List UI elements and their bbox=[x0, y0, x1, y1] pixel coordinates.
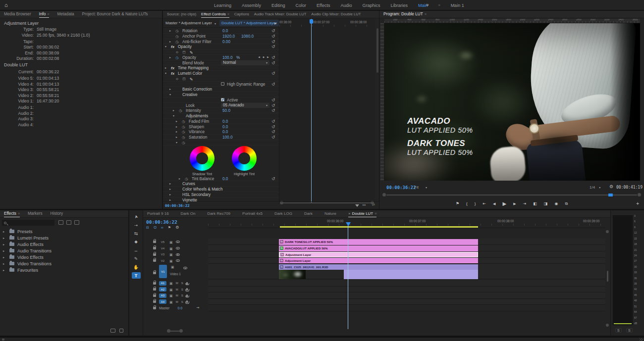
property-value[interactable]: 0.0 bbox=[222, 29, 228, 33]
expander-icon[interactable] bbox=[169, 40, 173, 43]
expander-icon[interactable] bbox=[173, 114, 176, 117]
chevron-down-icon[interactable] bbox=[215, 22, 216, 25]
lock-icon[interactable] bbox=[153, 282, 156, 285]
stopwatch-icon[interactable] bbox=[182, 135, 185, 140]
mute-button[interactable]: M bbox=[176, 282, 178, 285]
add-marker-icon[interactable]: ⚑ bbox=[456, 201, 459, 206]
track-output-eye-icon[interactable] bbox=[176, 247, 180, 249]
effects-folder-row[interactable]: Video Effects bbox=[0, 254, 128, 260]
timeline-timecode[interactable]: 00:00:36:22 bbox=[146, 219, 177, 225]
sync-lock-icon[interactable] bbox=[171, 264, 174, 269]
playback-resolution-dropdown[interactable]: 1/4 bbox=[590, 185, 600, 190]
reset-icon[interactable] bbox=[271, 124, 275, 129]
expander-icon[interactable] bbox=[176, 135, 179, 139]
timeline-ruler[interactable]: 00:00:36:00 00:00:37:00 00:00:38:00 00:0… bbox=[208, 218, 605, 228]
pen-mask-icon[interactable] bbox=[190, 50, 193, 55]
expander-icon[interactable] bbox=[3, 230, 6, 233]
panel-menu-icon[interactable] bbox=[227, 12, 229, 16]
stopwatch-icon[interactable] bbox=[182, 119, 185, 124]
stopwatch-icon[interactable] bbox=[182, 141, 185, 145]
active-checkbox[interactable] bbox=[221, 98, 224, 101]
effects-folder-row[interactable]: Audio Transitions bbox=[0, 247, 128, 254]
sync-lock-icon[interactable] bbox=[169, 281, 173, 286]
sequence-tab-dark[interactable]: Dark bbox=[304, 210, 313, 217]
effects-folder-row[interactable]: Presets bbox=[0, 228, 128, 235]
sequence-tab-double-lut[interactable]: Double LUT bbox=[348, 210, 376, 217]
sync-lock-icon[interactable] bbox=[169, 299, 173, 304]
clip-adjustment-layer-v3[interactable]: fxAdjustment Layer bbox=[279, 252, 478, 257]
lock-icon[interactable] bbox=[153, 288, 156, 291]
play-button-icon[interactable]: ▶ bbox=[502, 201, 506, 206]
voiceover-record-icon[interactable] bbox=[186, 300, 188, 303]
reset-icon[interactable] bbox=[271, 108, 275, 113]
panel-menu-icon[interactable] bbox=[47, 12, 49, 16]
expander-icon[interactable] bbox=[176, 141, 179, 144]
filter-yuv-icon[interactable] bbox=[74, 220, 79, 225]
tab-project[interactable]: Project: Bounce Dark & Nature LUTs bbox=[82, 11, 148, 18]
ec-timecode[interactable]: 00:00:36:22 bbox=[165, 203, 190, 208]
reset-icon[interactable] bbox=[271, 44, 275, 49]
reset-icon[interactable] bbox=[271, 103, 275, 108]
workspace-tab-libraries[interactable]: Libraries bbox=[391, 3, 408, 8]
type-tool-icon[interactable]: T bbox=[132, 272, 141, 279]
add-marker-icon[interactable]: ⚑ bbox=[168, 226, 171, 230]
linked-selection-icon[interactable]: ∞ bbox=[161, 226, 163, 229]
clip-avacado[interactable]: fxAVACADO/LUT APPLIED 50% bbox=[279, 245, 478, 251]
track-output-eye-icon[interactable] bbox=[176, 241, 180, 243]
step-back-icon[interactable]: ◀ bbox=[493, 202, 495, 206]
program-timecode[interactable]: 00:00:36:22 bbox=[386, 185, 416, 190]
track-button-v2[interactable]: V2 bbox=[159, 258, 166, 263]
expander-icon[interactable] bbox=[165, 71, 168, 75]
track-select-forward-tool-icon[interactable]: ⇢ bbox=[132, 222, 141, 228]
track-lane-a2[interactable] bbox=[208, 287, 605, 293]
workspace-tab-effects[interactable]: Effects bbox=[317, 3, 330, 8]
tab-info[interactable]: Info bbox=[39, 11, 50, 18]
property-value[interactable]: 100.0 bbox=[222, 55, 233, 60]
sequence-tab-dark-on[interactable]: Dark On bbox=[181, 210, 196, 217]
track-lane-a4[interactable] bbox=[208, 299, 605, 305]
expander-icon[interactable] bbox=[176, 125, 179, 128]
pen-mask-icon[interactable] bbox=[190, 77, 193, 82]
effects-folder-row[interactable]: Lumetri Presets bbox=[0, 235, 128, 241]
go-to-in-icon[interactable]: ⇤ bbox=[483, 201, 486, 206]
solo-button[interactable]: S bbox=[181, 294, 183, 297]
program-scrubber[interactable] bbox=[386, 195, 637, 195]
expander-icon[interactable] bbox=[3, 268, 6, 272]
track-output-eye-icon[interactable] bbox=[176, 253, 180, 256]
panel-menu-icon[interactable] bbox=[425, 12, 427, 16]
tab-captions[interactable]: Captions bbox=[234, 11, 249, 18]
scrubber-handle-left[interactable] bbox=[382, 193, 386, 196]
master-volume-value[interactable]: 0.0 bbox=[177, 306, 182, 310]
voiceover-record-icon[interactable] bbox=[186, 282, 188, 285]
timeline-vscrollbar[interactable] bbox=[606, 230, 609, 327]
sequence-clip-label[interactable]: Double LUT * Adjustment Layer bbox=[219, 20, 279, 26]
expander-icon[interactable] bbox=[169, 193, 173, 196]
effects-search-input[interactable] bbox=[2, 220, 54, 226]
property-value[interactable]: 0.00 bbox=[222, 40, 230, 44]
resize-grip[interactable] bbox=[640, 338, 643, 341]
workspace-menu-icon[interactable] bbox=[438, 3, 440, 7]
reset-icon[interactable] bbox=[271, 176, 275, 181]
filter-32bit-icon[interactable] bbox=[66, 220, 71, 225]
mute-button[interactable]: M bbox=[176, 294, 178, 297]
expander-icon[interactable] bbox=[176, 130, 179, 133]
track-button-a2[interactable]: A2 bbox=[159, 287, 166, 292]
add-keyframe-icon[interactable] bbox=[263, 55, 265, 58]
mark-in-icon[interactable]: { bbox=[466, 201, 468, 206]
property-value[interactable]: 100.0 bbox=[222, 135, 233, 140]
lock-icon[interactable] bbox=[153, 259, 156, 262]
timeline-view-toggle-icon[interactable]: ▶ bbox=[274, 21, 277, 25]
reset-icon[interactable] bbox=[271, 129, 275, 134]
ec-playhead[interactable] bbox=[311, 19, 312, 203]
mute-button[interactable]: M bbox=[176, 300, 178, 303]
workspace-tab-color[interactable]: Color bbox=[296, 3, 307, 8]
timeline-playhead-head[interactable] bbox=[346, 222, 351, 226]
hand-tool-icon[interactable]: ✋ bbox=[132, 264, 141, 270]
snap-icon[interactable]: Ω bbox=[154, 225, 157, 230]
filter-properties-icon[interactable] bbox=[355, 204, 359, 207]
expander-icon[interactable] bbox=[169, 87, 173, 91]
property-value[interactable]: 0.0 bbox=[222, 177, 228, 181]
look-dropdown[interactable]: 05 Avacado bbox=[221, 103, 269, 108]
property-value[interactable]: 1920.0 bbox=[222, 34, 235, 39]
track-lane-master[interactable] bbox=[208, 305, 605, 311]
